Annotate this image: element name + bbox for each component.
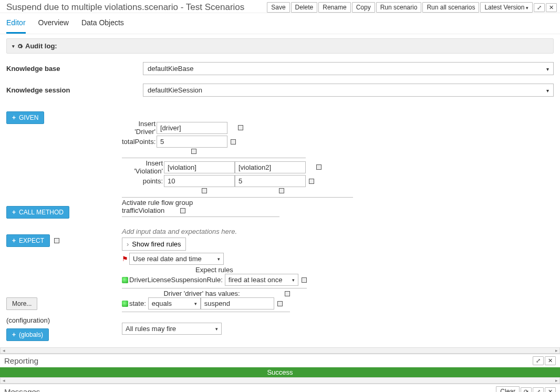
messages-label: Messages xyxy=(4,387,40,393)
rule-status-icon xyxy=(122,277,128,283)
field-status-icon xyxy=(122,301,128,307)
clear-button[interactable]: Clear xyxy=(496,386,520,392)
rename-button[interactable]: Rename xyxy=(318,2,350,13)
remove-ruleflow-icon[interactable] xyxy=(180,208,185,213)
refresh-icon[interactable]: ⟳ xyxy=(521,387,532,393)
ruleflow-label: Activate rule flow group xyxy=(122,199,279,207)
chevron-down-icon: ▾ xyxy=(12,44,15,49)
hint-text: Add input data and expectations here. xyxy=(122,228,554,235)
scroll-left-icon[interactable]: ◂ xyxy=(1,378,7,383)
flag-icon: ⚑ xyxy=(122,255,128,263)
rule-fire-mode-select[interactable]: fired at least once xyxy=(225,274,298,286)
points-v2[interactable]: 5 xyxy=(235,175,306,187)
remove-driver-values-icon[interactable] xyxy=(285,291,290,296)
state-value[interactable]: suspend xyxy=(201,297,274,310)
remove-violation-icon[interactable] xyxy=(316,164,322,170)
insert-driver-label: Insert 'Driver' xyxy=(122,120,157,136)
config-select[interactable]: All rules may fire xyxy=(122,323,222,335)
gear-icon xyxy=(17,43,23,49)
audit-log-label: Audit log: xyxy=(25,42,57,50)
editor-scrollbar[interactable]: ◂ ▸ xyxy=(0,347,560,354)
tab-data-objects[interactable]: Data Objects xyxy=(81,18,124,34)
add-driver-field-icon[interactable] xyxy=(191,149,196,154)
expect-button[interactable]: EXPECT xyxy=(6,234,50,247)
remove-points-icon[interactable] xyxy=(309,179,314,184)
close-icon[interactable]: ✕ xyxy=(546,3,557,12)
messages-expand-icon[interactable]: ⤢ xyxy=(533,387,544,393)
version-dropdown[interactable]: Latest Version xyxy=(480,2,533,13)
expand-icon[interactable]: ⤢ xyxy=(534,3,545,12)
remove-driver-icon[interactable] xyxy=(238,125,243,130)
audit-log-header[interactable]: ▾ Audit log: xyxy=(6,38,554,54)
points-label: points: xyxy=(122,177,164,185)
remove-totalpoints-icon[interactable] xyxy=(231,139,236,145)
state-label: state: xyxy=(129,300,146,307)
header-toolbar: Save Delete Rename Copy Run scenario Run… xyxy=(267,2,557,13)
scroll-right-icon[interactable]: ▸ xyxy=(553,378,559,383)
call-method-button[interactable]: CALL METHOD xyxy=(6,206,69,219)
violation-fact[interactable]: [violation] xyxy=(164,161,235,173)
tab-overview[interactable]: Overview xyxy=(38,18,69,34)
reporting-label: Reporting xyxy=(4,356,38,365)
run-all-scenarios-button[interactable]: Run all scenarios xyxy=(422,2,479,13)
given-button[interactable]: GIVEN xyxy=(6,111,44,124)
tab-bar: Editor Overview Data Objects xyxy=(0,13,560,34)
copy-button[interactable]: Copy xyxy=(352,2,375,13)
totalpoints-value[interactable]: 5 xyxy=(157,136,227,148)
insert-violation-label: Insert 'Violation' xyxy=(122,159,164,175)
rule-name: DriverLicenseSuspensionRule: xyxy=(129,276,223,284)
knowledge-session-label: Knowledge session xyxy=(6,86,143,94)
driver-values-label: Driver 'driver' has values: xyxy=(122,290,282,297)
run-scenario-button[interactable]: Run scenario xyxy=(376,2,422,13)
configuration-label: (configuration) xyxy=(6,316,50,324)
success-bar: Success xyxy=(0,367,560,377)
remove-expect-icon[interactable] xyxy=(54,238,59,243)
more-button[interactable]: More... xyxy=(6,297,37,310)
points-v1[interactable]: 10 xyxy=(164,175,235,187)
expect-rules-label: Expect rules xyxy=(122,266,307,274)
show-fired-rules-button[interactable]: Show fired rules xyxy=(122,238,186,251)
save-button[interactable]: Save xyxy=(267,2,289,13)
reporting-scrollbar[interactable]: ◂ ▸ xyxy=(0,377,560,384)
delete-button[interactable]: Delete xyxy=(291,2,318,13)
knowledge-base-label: Knowledge base xyxy=(6,65,143,73)
knowledge-session-select[interactable]: defaultKieSession xyxy=(143,84,554,97)
ruleflow-value[interactable]: trafficViolation xyxy=(122,207,164,214)
reporting-close-icon[interactable]: ✕ xyxy=(545,356,556,365)
globals-button[interactable]: (globals) xyxy=(6,328,49,341)
tab-editor[interactable]: Editor xyxy=(6,18,26,34)
totalpoints-label: totalPoints: xyxy=(122,138,157,146)
add-v2-field-icon[interactable] xyxy=(279,188,284,193)
remove-rule-icon[interactable] xyxy=(302,277,307,283)
date-mode-select[interactable]: Use real date and time xyxy=(129,253,224,265)
add-v1-field-icon[interactable] xyxy=(202,188,207,193)
messages-close-icon[interactable]: ✕ xyxy=(545,387,556,393)
violation2-fact[interactable]: [violation2] xyxy=(235,161,306,173)
scroll-right-icon[interactable]: ▸ xyxy=(553,348,559,353)
driver-fact[interactable]: [driver] xyxy=(157,122,227,134)
reporting-expand-icon[interactable]: ⤢ xyxy=(533,356,544,365)
knowledge-base-select[interactable]: defaultKieBase xyxy=(143,62,554,75)
state-op-select[interactable]: equals xyxy=(148,297,201,310)
page-title: Suspend due to multiple violations.scena… xyxy=(6,2,244,13)
scroll-left-icon[interactable]: ◂ xyxy=(1,348,7,353)
remove-state-icon[interactable] xyxy=(277,301,283,306)
